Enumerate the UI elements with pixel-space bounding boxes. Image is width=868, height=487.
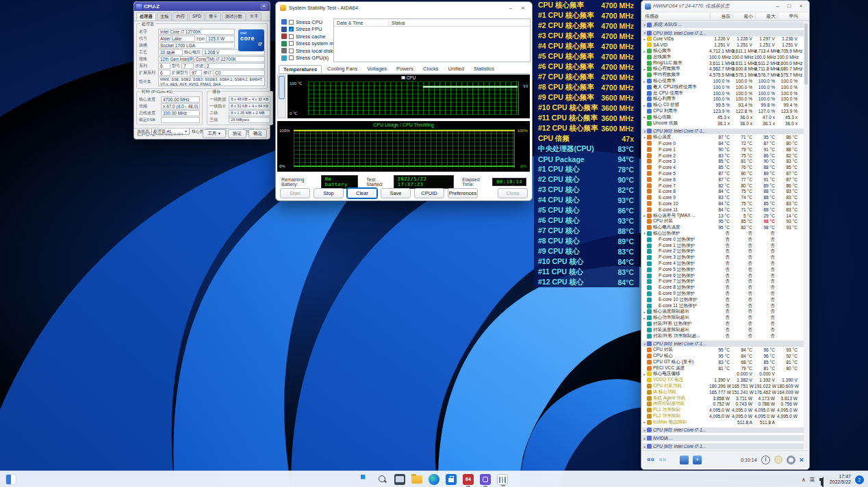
sensor-table-row[interactable]: ▾ 核心温度 87 °C 71 °C 95 °C 86 °C: [642, 134, 804, 140]
sensor-table-row[interactable]: Ring/LLC 频率 3,611.1 MHz 3,611.1 MHz 3,61…: [642, 60, 804, 66]
sensor-table-row[interactable]: 内存控制器功耗 0.752 W 0.743 W 0.788 W 0.756 W: [642, 401, 804, 407]
tree-chevron-icon[interactable]: ▸: [642, 316, 647, 320]
sst-tab[interactable]: Cooling Fans: [323, 65, 361, 73]
tray-overflow-icon[interactable]: ∧: [802, 477, 806, 483]
sensor-table-row[interactable]: P-core 3 85 °C 81 °C 90 °C 83 °C: [642, 159, 804, 165]
tree-chevron-icon[interactable]: ▾: [642, 31, 647, 35]
notification-badge[interactable]: 2: [855, 475, 864, 484]
sensor-table-row[interactable]: 总线频率 100.0 MHz 100.0 MHz 100.0 MHz 100.0…: [642, 54, 804, 60]
sensor-table-row[interactable]: ▸ 核心倍频 45.3 x 36.0 x 47.0 x 45.3 x: [642, 114, 804, 120]
sensor-table-row[interactable]: P-core 7 过热保护 否 否 否: [642, 278, 804, 285]
sensor-table-row[interactable]: E-core 8 过热保护 否 否 否: [642, 285, 804, 291]
sensor-table-row[interactable]: ▸ NVIDIA ...: [642, 435, 804, 441]
sensor-table-row[interactable]: CPU 核心 95 °C 84 °C 96 °C 92 °C: [642, 353, 804, 359]
cpuz-tab[interactable]: 内存: [173, 12, 188, 21]
taskbar-app-icon[interactable]: 64: [463, 474, 474, 485]
sensor-table-row[interactable]: P-core 5 87 °C 80 °C 89 °C 87 °C: [642, 170, 804, 176]
tree-chevron-icon[interactable]: ▸: [642, 79, 647, 83]
taskbar-app-icon[interactable]: [446, 474, 457, 485]
sensor-table-row[interactable]: P-core 7 82 °C 80 °C 89 °C 86 °C: [642, 183, 804, 189]
tree-chevron-icon[interactable]: ▸: [642, 372, 647, 376]
sensor-table-row[interactable]: ▸ 核心有效频率 4,582.7 MHz 3,600.8 MHz 4,711.8…: [642, 66, 804, 73]
column-average[interactable]: 平均: [778, 13, 800, 20]
tree-chevron-icon[interactable]: ▾: [642, 231, 647, 235]
clock-icon[interactable]: [761, 456, 770, 464]
sensor-table-row[interactable]: E-core 10 84 °C 75 °C 85 °C 83 °C: [642, 200, 804, 207]
cpuz-tab[interactable]: 处理器: [136, 12, 156, 21]
sensor-table-row[interactable]: ▸ CPU [#0]: Intel Core i7-1...: [642, 443, 804, 449]
taskbar-app-icon[interactable]: [377, 474, 388, 485]
sst-tab[interactable]: Clocks: [419, 65, 443, 73]
scrollbar-thumb[interactable]: [804, 23, 808, 85]
sensor-table-row[interactable]: P-core 3 过热保护 否 否 否: [642, 254, 804, 261]
maximize-icon[interactable]: □: [784, 3, 794, 10]
sst-action-button[interactable]: CPUID: [414, 188, 444, 198]
sensor-table-row[interactable]: 平均有效频率 4,575.5 MHz 4,575.1 MHz 4,576.7 M…: [642, 72, 804, 78]
tree-chevron-icon[interactable]: ▾: [642, 129, 647, 133]
sensor-table-row[interactable]: P-core 5 过热保护 否 否 否: [642, 267, 804, 273]
sensor-table-row[interactable]: ▸ 核心使用率 100.0 % 100.0 % 100.0 % 100.0 %: [642, 78, 804, 84]
cpuz-tab[interactable]: 关于: [246, 12, 262, 21]
sensor-table-row[interactable]: E-core 8 84 °C 75 °C 88 °C 83 °C: [642, 189, 804, 195]
taskbar-app-icon[interactable]: [480, 474, 491, 485]
taskbar-app-icon[interactable]: [411, 475, 422, 484]
cpuz-tab[interactable]: 测试分数: [222, 12, 246, 21]
column-header-datetime[interactable]: Date & Time: [334, 21, 389, 25]
sensor-table-row[interactable]: 总 CPU 使用率 100.0 % 100.0 % 100.0 % 100.0 …: [642, 90, 804, 96]
close-icon[interactable]: ×: [796, 3, 806, 10]
sst-action-button[interactable]: Preferences: [448, 188, 478, 198]
sensor-table-row[interactable]: E-core 10 过热保护 否 否 否: [642, 297, 804, 303]
graph-scrollbar-thumb[interactable]: [279, 76, 285, 99]
stress-checkbox[interactable]: [289, 49, 294, 53]
minimize-icon[interactable]: –: [773, 3, 782, 10]
sensor-table-row[interactable]: PECI VCC 温度 81 °C 79 °C 81 °C 80 °C: [642, 365, 804, 371]
sensor-table-row[interactable]: E-core 9 83 °C 74 °C 88 °C 83 °C: [642, 194, 804, 200]
sst-tab[interactable]: Unified: [444, 65, 468, 73]
sensor-table-row[interactable]: P-core 4 过热保护 否 否 否: [642, 261, 804, 267]
sensor-table-row[interactable]: SA VID 1.251 V 1.251 V 1.251 V 1.251 V: [642, 42, 804, 48]
widgets-icon[interactable]: [5, 474, 16, 485]
sensor-table-row[interactable]: P-core 6 87 °C 77 °C 91 °C 87 °C: [642, 176, 804, 183]
sensor-table-row[interactable]: P-core 0 84 °C 72 °C 87 °C 80 °C: [642, 140, 804, 146]
sst-tab[interactable]: Temperatures: [279, 65, 322, 73]
column-max[interactable]: 最大: [755, 13, 778, 20]
stress-checkbox[interactable]: [289, 20, 294, 25]
sensor-table-row[interactable]: P-core 6 过热保护 否 否 否: [642, 273, 804, 279]
hwinfo-scrollbar[interactable]: [804, 22, 808, 449]
sensor-table-row[interactable]: CPU GT 核心 (显卡) 83 °C 68 °C 85 °C 81 °C: [642, 359, 804, 365]
column-current[interactable]: 当前: [710, 13, 732, 20]
sensor-table-row[interactable]: 最大 CPU/线程使用率 100.0 % 100.0 % 100.0 % 100…: [642, 84, 804, 90]
sensor-settings-icon[interactable]: [680, 456, 689, 464]
sensor-table-row[interactable]: P-core 1 90 °C 79 °C 91 °C 88 °C: [642, 146, 804, 153]
hwinfo-titlebar[interactable]: HWiNFO64 v7.24-4770: 传感器状态 – □ ×: [641, 1, 809, 12]
event-log-list[interactable]: Date & Time Status: [333, 18, 531, 62]
tree-chevron-icon[interactable]: ▸: [642, 436, 647, 440]
tree-chevron-icon[interactable]: ▸: [642, 428, 647, 432]
sensor-table-row[interactable]: PL2 功率限制 4,095.0 W 4,095.0 W 4,095.0 W 4…: [642, 413, 804, 419]
sensor-table-row[interactable]: P-core 2 83 °C 75 °C 86 °C 82 °C: [642, 153, 804, 159]
sensor-table-row[interactable]: 核心利用率 100.0 % 100.0 % 100.0 % 100.0 %: [642, 96, 804, 103]
ime-indicator[interactable]: 英: [810, 476, 815, 484]
sensor-table-row[interactable]: E-core 11 84 °C 71 °C 88 °C 83 °C: [642, 207, 804, 213]
sst-action-button[interactable]: Save: [381, 188, 411, 198]
sensor-table-row[interactable]: ▸ 系统: ASUS ...: [642, 22, 804, 28]
sensor-table-row[interactable]: CPU 封装 95 °C 85 °C 98 °C 93 °C: [642, 219, 804, 225]
sensor-table-row[interactable]: ▾ CPU [#0]: Intel Core i7-1...: [642, 129, 804, 135]
sensor-table-row[interactable]: PL1 功率限制 4,095.0 W 4,095.0 W 4,095.0 W 4…: [642, 407, 804, 413]
stress-checkbox[interactable]: [289, 41, 294, 46]
sensor-table-row[interactable]: E-core 9 过热保护 否 否 否: [642, 291, 804, 297]
sensor-table-row[interactable]: E-core 11 过热保护 否 否 否: [642, 303, 804, 309]
cpuz-tab[interactable]: 主板: [157, 12, 173, 21]
sensor-table-row[interactable]: ▾ 核心过热保护 否 否 否: [642, 231, 804, 237]
stress-checkbox[interactable]: [289, 55, 294, 60]
sensor-table-row[interactable]: CPU 封装 95 °C 84 °C 96 °C 93 °C: [642, 347, 804, 353]
sensor-table-row[interactable]: ▸ 核心温差与 TjMAX ... 13 °C 5 °C 29 °C 14 °C: [642, 213, 804, 219]
stress-checkbox[interactable]: ✓: [289, 27, 294, 31]
sensor-table-row[interactable]: 系统 Agent 功耗 3.858 W 3.711 W 4.173 W 3.81…: [642, 395, 804, 402]
sst-titlebar[interactable]: System Stability Test - AIDA64 – ×: [276, 2, 532, 14]
clock[interactable]: 17:47 2022/5/22: [830, 474, 851, 485]
tree-chevron-icon[interactable]: ▾: [642, 135, 647, 140]
tree-chevron-icon[interactable]: ▸: [642, 310, 647, 314]
sensor-table-row[interactable]: 封装/环形 过热保护 否 否 否: [642, 321, 804, 327]
sensor-table-row[interactable]: P-core 2 过热保护 否 否 否: [642, 248, 804, 254]
